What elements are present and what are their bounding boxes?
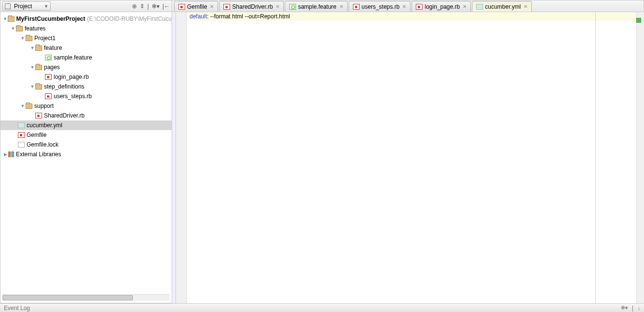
project-view-label: Project	[14, 3, 32, 10]
library-icon	[8, 151, 14, 157]
locate-icon[interactable]: ⊕	[132, 3, 137, 10]
root-path: (E:\CODOID-RUBY\MyFirstCucu	[87, 15, 172, 22]
tree-cucumber[interactable]: cucumber.yml	[0, 120, 172, 130]
chevron-down-icon[interactable]: ▼	[2, 16, 8, 21]
folder-icon	[8, 16, 14, 22]
ruby-file-icon	[35, 113, 42, 119]
tree-shared[interactable]: SharedDriver.rb	[0, 111, 172, 120]
tree-sample[interactable]: sample.feature	[0, 53, 172, 62]
project-tool-header: Project ▼ ⊕ ⇕ | ✻▾ |←	[0, 0, 172, 12]
editor-left-gutter	[172, 12, 176, 303]
text-file-icon	[18, 142, 25, 148]
close-icon[interactable]: ✕	[210, 4, 214, 9]
tree-users[interactable]: users_steps.rb	[0, 91, 172, 101]
line-number-gutter	[176, 12, 187, 303]
yml-file-icon	[18, 122, 25, 128]
status-bar: Event Log ✻▾ | ↓	[0, 303, 644, 312]
tree-gemfile[interactable]: Gemfile	[0, 130, 172, 140]
close-icon[interactable]: ✕	[463, 4, 467, 9]
tree-pages[interactable]: ▼pages	[0, 62, 172, 72]
editor-right-gutter	[636, 12, 644, 303]
status-arrow-icon[interactable]: ↓	[637, 305, 640, 312]
feature-file-icon	[45, 55, 52, 60]
tab-gemfile[interactable]: Gemfile✕	[174, 1, 218, 12]
scrollbar-thumb[interactable]	[2, 295, 133, 300]
tree-login[interactable]: login_page.rb	[0, 72, 172, 82]
tree-gemlock[interactable]: Gemfile.lock	[0, 140, 172, 149]
tab-shareddriver-rb[interactable]: SharedDriver.rb✕	[219, 1, 284, 12]
tab-label: sample.feature	[298, 3, 336, 10]
tree-extlib[interactable]: ▶External Libraries	[0, 149, 172, 159]
tree-hscrollbar[interactable]	[2, 294, 170, 301]
root-name: MyFirstCucumberProject	[16, 15, 86, 22]
tab-sample-feature[interactable]: sample.feature✕	[285, 1, 347, 12]
tab-label: cucumber.yml	[485, 3, 521, 10]
tab-label: SharedDriver.rb	[232, 3, 273, 10]
collapse-icon[interactable]: ⇕	[140, 3, 145, 10]
caret-down-icon: ▼	[44, 4, 48, 9]
ruby-file-icon	[18, 132, 25, 138]
right-margin-line	[595, 12, 596, 303]
status-divider: |	[632, 305, 633, 312]
ruby-file-icon	[45, 93, 52, 99]
close-icon[interactable]: ✕	[402, 4, 406, 9]
tab-label: users_steps.rb	[362, 3, 400, 10]
code-line-1[interactable]: default: --format html --out=Report.html	[187, 12, 636, 21]
file-icon	[476, 4, 483, 10]
file-icon	[416, 4, 423, 10]
ruby-file-icon	[45, 74, 52, 80]
divider-icon: |	[147, 3, 149, 10]
tree-root[interactable]: ▼ MyFirstCucumberProject (E:\CODOID-RUBY…	[0, 14, 172, 24]
tree-project1[interactable]: ▼Project1	[0, 33, 172, 43]
file-icon	[353, 4, 360, 10]
project-tree-panel: ▼ MyFirstCucumberProject (E:\CODOID-RUBY…	[0, 12, 172, 303]
inspection-ok-icon[interactable]	[636, 18, 641, 23]
hide-icon[interactable]: |←	[162, 3, 170, 10]
close-icon[interactable]: ✕	[524, 4, 527, 9]
tab-cucumber-yml[interactable]: cucumber.yml✕	[472, 1, 532, 12]
editor-tabbar: Gemfile✕SharedDriver.rb✕sample.feature✕u…	[172, 0, 644, 12]
settings-gear-icon[interactable]: ✻▾	[621, 305, 628, 311]
tree-feature-dir[interactable]: ▼feature	[0, 43, 172, 53]
project-header-tools: ⊕ ⇕ | ✻▾ |←	[132, 3, 170, 10]
tab-label: login_page.rb	[424, 3, 460, 10]
tab-login_page-rb[interactable]: login_page.rb✕	[411, 1, 471, 12]
event-log-button[interactable]: Event Log	[4, 305, 30, 312]
tree-support[interactable]: ▼support	[0, 101, 172, 111]
project-view-selector[interactable]: Project ▼	[2, 1, 51, 11]
tab-label: Gemfile	[187, 3, 207, 10]
tab-users_steps-rb[interactable]: users_steps.rb✕	[349, 1, 411, 12]
file-icon	[289, 4, 296, 10]
tree-stepdef[interactable]: ▼step_definitions	[0, 82, 172, 91]
file-icon	[223, 4, 230, 10]
editor-area: default: --format html --out=Report.html	[176, 12, 644, 303]
project-tree[interactable]: ▼ MyFirstCucumberProject (E:\CODOID-RUBY…	[0, 12, 172, 294]
chevron-right-icon: ▶	[2, 152, 8, 157]
code-editor[interactable]: default: --format html --out=Report.html	[187, 12, 636, 303]
gear-icon[interactable]: ✻▾	[152, 3, 160, 10]
project-icon	[5, 3, 11, 9]
close-icon[interactable]: ✕	[276, 4, 279, 9]
close-icon[interactable]: ✕	[339, 4, 343, 9]
file-icon	[178, 4, 185, 10]
tree-features[interactable]: ▼features	[0, 24, 172, 33]
